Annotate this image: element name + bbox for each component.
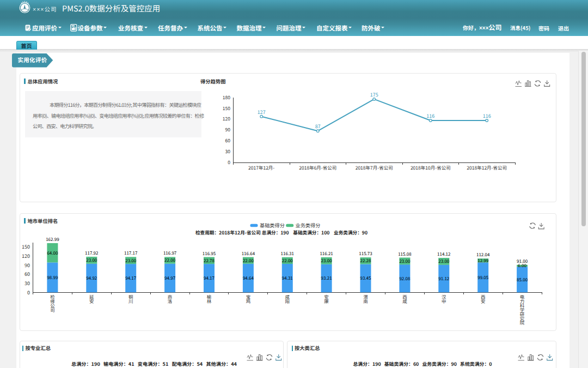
svg-text:总满分：190 输电满分：41 变电满分：51: 总满分：190 输电满分：41 变电满分：51 配电满分：54 其他满分：44 (71, 360, 237, 367)
svg-text:总满分：190 基础类满分：60 业务类满分：90: 总满分：190 基础类满分：60 业务类满分：90 系统类满分：0 (353, 360, 492, 367)
